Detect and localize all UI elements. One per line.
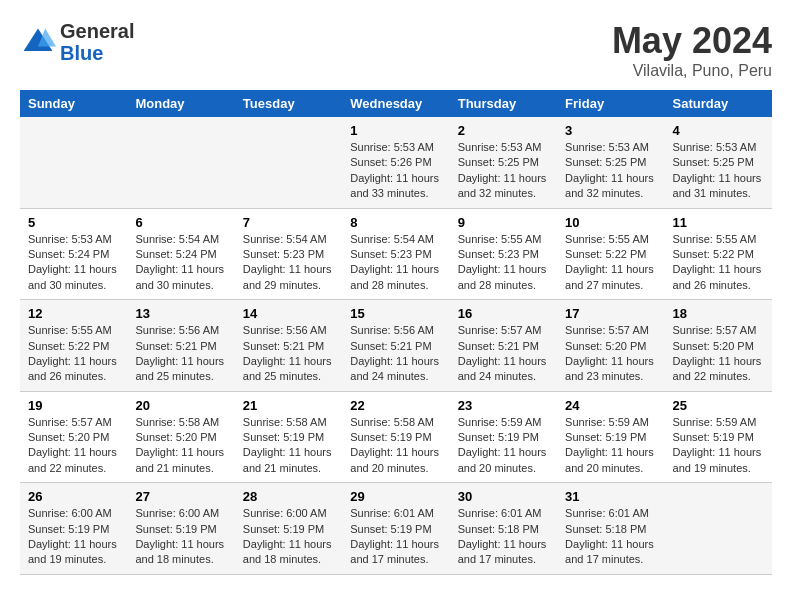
calendar-cell: 5Sunrise: 5:53 AM Sunset: 5:24 PM Daylig… [20, 208, 127, 300]
calendar-cell: 22Sunrise: 5:58 AM Sunset: 5:19 PM Dayli… [342, 391, 449, 483]
day-number: 25 [673, 398, 764, 413]
day-number: 10 [565, 215, 656, 230]
day-header-wednesday: Wednesday [342, 90, 449, 117]
calendar-cell: 20Sunrise: 5:58 AM Sunset: 5:20 PM Dayli… [127, 391, 234, 483]
month-title: May 2024 [612, 20, 772, 62]
day-info: Sunrise: 6:00 AM Sunset: 5:19 PM Dayligh… [135, 506, 226, 568]
calendar-cell [665, 483, 772, 575]
day-info: Sunrise: 5:56 AM Sunset: 5:21 PM Dayligh… [135, 323, 226, 385]
calendar-cell: 1Sunrise: 5:53 AM Sunset: 5:26 PM Daylig… [342, 117, 449, 208]
calendar-cell: 11Sunrise: 5:55 AM Sunset: 5:22 PM Dayli… [665, 208, 772, 300]
calendar-cell [127, 117, 234, 208]
calendar-cell: 17Sunrise: 5:57 AM Sunset: 5:20 PM Dayli… [557, 300, 664, 392]
day-number: 2 [458, 123, 549, 138]
calendar-cell: 13Sunrise: 5:56 AM Sunset: 5:21 PM Dayli… [127, 300, 234, 392]
day-info: Sunrise: 5:58 AM Sunset: 5:19 PM Dayligh… [243, 415, 334, 477]
day-number: 13 [135, 306, 226, 321]
day-info: Sunrise: 5:53 AM Sunset: 5:25 PM Dayligh… [458, 140, 549, 202]
calendar-cell: 6Sunrise: 5:54 AM Sunset: 5:24 PM Daylig… [127, 208, 234, 300]
day-number: 28 [243, 489, 334, 504]
calendar-cell: 19Sunrise: 5:57 AM Sunset: 5:20 PM Dayli… [20, 391, 127, 483]
calendar-cell: 3Sunrise: 5:53 AM Sunset: 5:25 PM Daylig… [557, 117, 664, 208]
day-header-friday: Friday [557, 90, 664, 117]
day-number: 31 [565, 489, 656, 504]
day-number: 5 [28, 215, 119, 230]
calendar-cell: 29Sunrise: 6:01 AM Sunset: 5:19 PM Dayli… [342, 483, 449, 575]
day-info: Sunrise: 5:55 AM Sunset: 5:22 PM Dayligh… [565, 232, 656, 294]
calendar-cell: 15Sunrise: 5:56 AM Sunset: 5:21 PM Dayli… [342, 300, 449, 392]
day-info: Sunrise: 6:00 AM Sunset: 5:19 PM Dayligh… [243, 506, 334, 568]
day-info: Sunrise: 5:57 AM Sunset: 5:21 PM Dayligh… [458, 323, 549, 385]
day-info: Sunrise: 5:56 AM Sunset: 5:21 PM Dayligh… [350, 323, 441, 385]
calendar-cell: 30Sunrise: 6:01 AM Sunset: 5:18 PM Dayli… [450, 483, 557, 575]
day-info: Sunrise: 5:54 AM Sunset: 5:24 PM Dayligh… [135, 232, 226, 294]
day-number: 18 [673, 306, 764, 321]
day-info: Sunrise: 5:57 AM Sunset: 5:20 PM Dayligh… [28, 415, 119, 477]
logo-general-text: General [60, 20, 134, 42]
location: Vilavila, Puno, Peru [612, 62, 772, 80]
calendar-week-row: 19Sunrise: 5:57 AM Sunset: 5:20 PM Dayli… [20, 391, 772, 483]
calendar-week-row: 1Sunrise: 5:53 AM Sunset: 5:26 PM Daylig… [20, 117, 772, 208]
calendar-cell [235, 117, 342, 208]
calendar-cell: 2Sunrise: 5:53 AM Sunset: 5:25 PM Daylig… [450, 117, 557, 208]
day-number: 8 [350, 215, 441, 230]
calendar-cell: 10Sunrise: 5:55 AM Sunset: 5:22 PM Dayli… [557, 208, 664, 300]
calendar-cell [20, 117, 127, 208]
day-number: 29 [350, 489, 441, 504]
day-info: Sunrise: 5:53 AM Sunset: 5:25 PM Dayligh… [565, 140, 656, 202]
calendar-cell: 12Sunrise: 5:55 AM Sunset: 5:22 PM Dayli… [20, 300, 127, 392]
day-info: Sunrise: 5:59 AM Sunset: 5:19 PM Dayligh… [673, 415, 764, 477]
calendar-cell: 21Sunrise: 5:58 AM Sunset: 5:19 PM Dayli… [235, 391, 342, 483]
day-header-monday: Monday [127, 90, 234, 117]
day-number: 24 [565, 398, 656, 413]
day-number: 23 [458, 398, 549, 413]
day-number: 6 [135, 215, 226, 230]
calendar-cell: 8Sunrise: 5:54 AM Sunset: 5:23 PM Daylig… [342, 208, 449, 300]
day-header-saturday: Saturday [665, 90, 772, 117]
day-info: Sunrise: 5:58 AM Sunset: 5:19 PM Dayligh… [350, 415, 441, 477]
calendar-cell: 26Sunrise: 6:00 AM Sunset: 5:19 PM Dayli… [20, 483, 127, 575]
page-header: General Blue May 2024 Vilavila, Puno, Pe… [20, 20, 772, 80]
logo-blue-text: Blue [60, 42, 134, 64]
day-number: 17 [565, 306, 656, 321]
day-number: 21 [243, 398, 334, 413]
calendar-cell: 4Sunrise: 5:53 AM Sunset: 5:25 PM Daylig… [665, 117, 772, 208]
day-info: Sunrise: 5:58 AM Sunset: 5:20 PM Dayligh… [135, 415, 226, 477]
calendar-header-row: SundayMondayTuesdayWednesdayThursdayFrid… [20, 90, 772, 117]
day-header-thursday: Thursday [450, 90, 557, 117]
day-info: Sunrise: 6:01 AM Sunset: 5:18 PM Dayligh… [458, 506, 549, 568]
day-number: 4 [673, 123, 764, 138]
calendar-week-row: 12Sunrise: 5:55 AM Sunset: 5:22 PM Dayli… [20, 300, 772, 392]
calendar-cell: 25Sunrise: 5:59 AM Sunset: 5:19 PM Dayli… [665, 391, 772, 483]
day-info: Sunrise: 5:53 AM Sunset: 5:25 PM Dayligh… [673, 140, 764, 202]
day-info: Sunrise: 5:55 AM Sunset: 5:22 PM Dayligh… [673, 232, 764, 294]
day-number: 26 [28, 489, 119, 504]
day-info: Sunrise: 6:01 AM Sunset: 5:19 PM Dayligh… [350, 506, 441, 568]
day-number: 12 [28, 306, 119, 321]
day-info: Sunrise: 5:56 AM Sunset: 5:21 PM Dayligh… [243, 323, 334, 385]
day-number: 7 [243, 215, 334, 230]
day-number: 15 [350, 306, 441, 321]
day-info: Sunrise: 5:54 AM Sunset: 5:23 PM Dayligh… [350, 232, 441, 294]
calendar-cell: 31Sunrise: 6:01 AM Sunset: 5:18 PM Dayli… [557, 483, 664, 575]
day-info: Sunrise: 5:57 AM Sunset: 5:20 PM Dayligh… [673, 323, 764, 385]
logo-icon [20, 24, 56, 60]
calendar-cell: 7Sunrise: 5:54 AM Sunset: 5:23 PM Daylig… [235, 208, 342, 300]
day-number: 22 [350, 398, 441, 413]
day-number: 11 [673, 215, 764, 230]
day-info: Sunrise: 5:59 AM Sunset: 5:19 PM Dayligh… [565, 415, 656, 477]
calendar-cell: 14Sunrise: 5:56 AM Sunset: 5:21 PM Dayli… [235, 300, 342, 392]
day-info: Sunrise: 6:01 AM Sunset: 5:18 PM Dayligh… [565, 506, 656, 568]
day-info: Sunrise: 5:53 AM Sunset: 5:24 PM Dayligh… [28, 232, 119, 294]
day-info: Sunrise: 5:54 AM Sunset: 5:23 PM Dayligh… [243, 232, 334, 294]
day-number: 30 [458, 489, 549, 504]
title-block: May 2024 Vilavila, Puno, Peru [612, 20, 772, 80]
day-info: Sunrise: 5:59 AM Sunset: 5:19 PM Dayligh… [458, 415, 549, 477]
calendar-cell: 18Sunrise: 5:57 AM Sunset: 5:20 PM Dayli… [665, 300, 772, 392]
day-number: 16 [458, 306, 549, 321]
day-info: Sunrise: 5:53 AM Sunset: 5:26 PM Dayligh… [350, 140, 441, 202]
calendar-week-row: 26Sunrise: 6:00 AM Sunset: 5:19 PM Dayli… [20, 483, 772, 575]
calendar-cell: 23Sunrise: 5:59 AM Sunset: 5:19 PM Dayli… [450, 391, 557, 483]
day-info: Sunrise: 5:55 AM Sunset: 5:23 PM Dayligh… [458, 232, 549, 294]
day-number: 1 [350, 123, 441, 138]
